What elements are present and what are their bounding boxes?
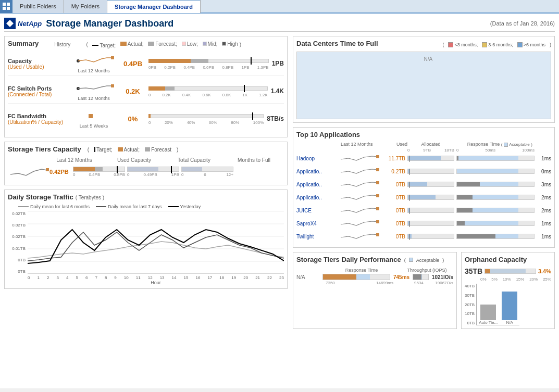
two-col-layout: Summary History ( Target; Actual; (4, 36, 555, 329)
svg-rect-8 (89, 114, 93, 118)
top10-axis-row: 0 9TB 18TB 0 50ms 100ms (296, 148, 551, 153)
fc-ports-value: 0.2K (126, 87, 140, 95)
top10-section: Top 10 Applications Last 12 Months Used … (293, 127, 555, 248)
fc-bandwidth-row: FC Bandwidth (Utilization% / Capacity) L… (8, 107, 284, 131)
top10-period-header: Last 12 Months (341, 142, 381, 147)
brand-name: NetApp (18, 20, 42, 28)
perf-section: Storage Tiers Daily Performance ( Accept… (293, 252, 457, 329)
traffic-section: Daily Storage Traffic ( Terabytes ) Dail… (4, 189, 288, 289)
perf-row: N/A 745ms 1021IO/s (296, 274, 453, 280)
top10-title: Top 10 Applications (296, 131, 360, 138)
orphaned-value: 35TB (465, 267, 482, 275)
fc-ports-sub: (Connected / Total) (8, 92, 70, 97)
dc-chart: N/A (296, 52, 551, 119)
top10-alloc-header: Allocated (407, 142, 454, 147)
orphaned-title: Orphaned Capacity (465, 256, 527, 263)
svg-rect-17 (376, 168, 379, 171)
traffic-title: Daily Storage Traffic (8, 193, 73, 201)
tiers-capacity-section: Storage Tiers Capacity ( Target; Actual; (4, 142, 288, 185)
perf-title: Storage Tiers Daily Performance (296, 256, 401, 263)
top10-row: Hadoop 11.7TB 1ms (296, 153, 551, 165)
tiers-row: 0.42PB 0 0.4PB 0.8PB (8, 164, 284, 180)
traffic-chart (28, 211, 284, 274)
svg-rect-7 (111, 84, 114, 87)
orphaned-section: Orphaned Capacity 35TB 3.4% 0% (461, 252, 555, 329)
right-column: Data Centers Time to Full ( <3 months; 3… (293, 36, 555, 329)
top10-rows: Hadoop 11.7TB 1ms Applicatio.. 0.2TB (296, 153, 551, 243)
legend-low: Low; (182, 41, 198, 47)
traffic-x-label: Hour (28, 280, 284, 285)
header-left: NetApp Storage Manager Dashboard (4, 18, 173, 29)
dc-na-label: N/A (424, 56, 433, 62)
left-column: Summary History ( Target; Actual; (4, 36, 288, 329)
tiers-row-value: 0.42PB (49, 169, 73, 175)
svg-rect-20 (376, 207, 379, 210)
tiers-total-header: Total Capacity (164, 157, 224, 163)
perf-na-label: N/A (296, 274, 322, 280)
summary-header: Summary History ( Target; Actual; (8, 40, 284, 49)
top10-row: Applicatio.. 0.2TB 0ms (296, 166, 551, 178)
top10-row: Applicatio.. 0TB 3ms (296, 179, 551, 191)
data-centers-section: Data Centers Time to Full ( <3 months; 3… (293, 36, 555, 123)
tab-storage-manager[interactable]: Storage Manager Dashboard (107, 0, 201, 13)
orphaned-bar-na (502, 292, 517, 320)
svg-rect-3 (7, 7, 10, 10)
fc-bw-sub: (Utilization% / Capacity) (8, 119, 70, 125)
capacity-label: Capacity (8, 58, 70, 64)
tiers-title: Storage Tiers Capacity (8, 145, 81, 153)
capacity-sparkline (73, 54, 115, 68)
fc-ports-row: FC Switch Ports (Connected / Total) Last… (8, 79, 284, 104)
capacity-value: 0.4PB (123, 60, 142, 68)
svg-rect-9 (46, 168, 49, 171)
history-label: History (54, 42, 70, 47)
legend-target: Target; (92, 43, 116, 48)
fc-ports-label: FC Switch Ports (8, 85, 70, 92)
tiers-legend: ( Target; Actual; Forecast (88, 147, 179, 153)
netapp-logo: NetApp (4, 18, 42, 29)
fc-bw-max: 8TB/s (267, 115, 284, 122)
capacity-max: 1PB (272, 60, 284, 67)
traffic-y-labels: 0.02TB 0.02TB 0.02TB 0.01TB 0TB 0TB (8, 211, 28, 274)
perf-resp-header: Response Time (322, 268, 401, 273)
legend-forecast: Forecast; (148, 41, 177, 47)
page-header: NetApp Storage Manager Dashboard (Data a… (4, 18, 555, 32)
fc-bw-period: Last 5 Weeks (70, 123, 117, 129)
svg-rect-16 (376, 155, 379, 158)
traffic-legend: Daily mean for last 6 months Daily mean … (8, 204, 284, 209)
perf-thr-value: 1021IO/s (432, 274, 453, 280)
summary-section: Summary History ( Target; Actual; (4, 36, 288, 137)
svg-rect-21 (376, 220, 379, 223)
top10-headers: Last 12 Months Used Allocated Response T… (296, 142, 551, 147)
capacity-row: Capacity (Used / Usable) Last 12 Months … (8, 52, 284, 76)
top10-resp-legend: Acceptable (509, 142, 530, 147)
svg-rect-22 (376, 233, 379, 236)
fc-bw-label: FC Bandwidth (8, 113, 70, 119)
fc-ports-sparkline (73, 81, 115, 96)
top10-row: Applicatio.. 0TB 2ms (296, 192, 551, 204)
orphaned-pct: 3.4% (538, 268, 551, 274)
orphaned-bar-auto (480, 305, 496, 320)
legend-high: High (222, 41, 238, 47)
fc-ports-period: Last 12 Months (70, 96, 117, 101)
summary-title: Summary (8, 40, 39, 47)
top10-row: JUICE 0TB 2ms (296, 205, 551, 217)
perf-thr-header: Throughput (IOPS) (401, 268, 453, 273)
tiers-row-label (8, 164, 49, 180)
tab-my-folders[interactable]: My Folders (64, 0, 107, 13)
dc-legend: ( <3 months; 3-6 months; >6 months (442, 42, 551, 47)
summary-legend: ( Target; Actual; Forecast; (86, 41, 241, 48)
top10-row: Twilight 0TB 1ms (296, 231, 551, 243)
svg-rect-18 (376, 181, 379, 184)
fc-ports-max: 1.4K (271, 87, 284, 95)
svg-rect-19 (376, 194, 379, 197)
tiers-months-header: Months to Full (224, 157, 284, 163)
perf-resp-value: 745ms (393, 274, 409, 280)
tab-public-folders[interactable]: Public Folders (13, 0, 64, 13)
page-title: Storage Manager Dashboard (46, 18, 173, 29)
bottom-row: Storage Tiers Daily Performance ( Accept… (293, 252, 555, 329)
top10-used-header: Used (381, 142, 407, 147)
dc-title: Data Centers Time to Full (296, 40, 378, 47)
perf-legend: Acceptable (416, 258, 440, 263)
tiers-used-header: Used Capacity (104, 157, 164, 163)
logo-square (4, 18, 16, 29)
